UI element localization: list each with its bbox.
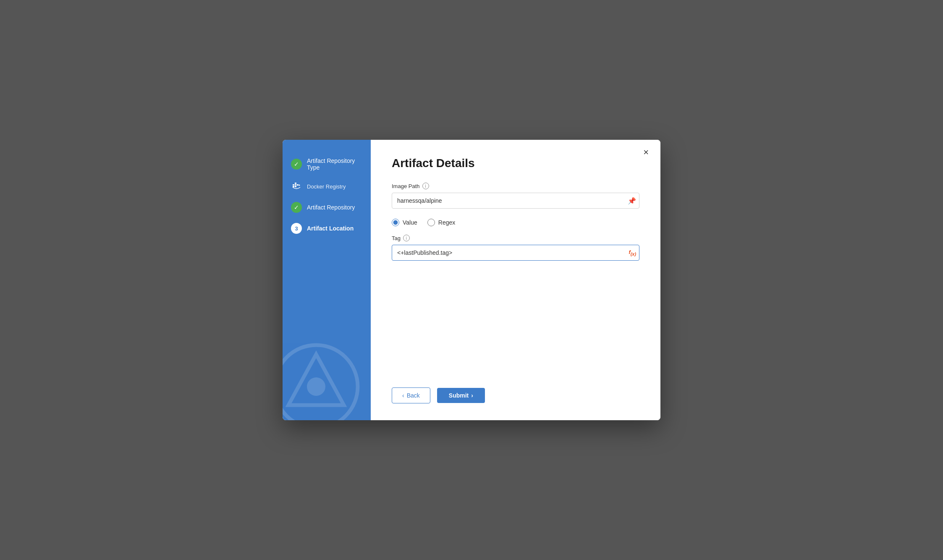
sidebar-item-docker-registry[interactable]: Docker Registry xyxy=(283,176,371,197)
close-button[interactable]: × xyxy=(640,146,652,159)
docker-icon xyxy=(291,181,302,192)
tag-type-radio-group: Value Regex xyxy=(392,219,639,226)
chevron-left-icon: ‹ xyxy=(402,392,404,399)
sidebar-item-artifact-repository-type[interactable]: ✓ Artifact Repository Type xyxy=(283,152,371,176)
tag-info-icon[interactable]: i xyxy=(403,235,410,241)
sidebar-item-artifact-location[interactable]: 3 Artifact Location xyxy=(283,218,371,239)
chevron-right-icon: › xyxy=(471,392,473,399)
sidebar-label-artifact-repository: Artifact Repository xyxy=(307,204,355,211)
back-button[interactable]: ‹ Back xyxy=(392,387,430,403)
svg-rect-7 xyxy=(295,186,296,187)
radio-regex-label: Regex xyxy=(438,219,455,226)
svg-point-9 xyxy=(299,185,300,186)
sidebar: ✓ Artifact Repository Type Docker Re xyxy=(283,140,371,420)
sidebar-label-artifact-repository-type: Artifact Repository Type xyxy=(307,157,362,171)
footer: ‹ Back Submit › xyxy=(392,387,639,403)
step-check-icon-1: ✓ xyxy=(291,159,302,170)
image-path-input[interactable] xyxy=(392,193,639,209)
pin-icon: 📌 xyxy=(628,197,636,205)
radio-value-option[interactable]: Value xyxy=(392,219,417,226)
sidebar-label-artifact-location: Artifact Location xyxy=(307,225,354,232)
tag-input-wrapper: f(x) xyxy=(392,245,639,261)
step-number-icon-3: 3 xyxy=(291,223,302,234)
main-content: × Artifact Details Image Path i 📌 Val xyxy=(371,140,660,420)
page-title: Artifact Details xyxy=(392,157,639,170)
modal: ✓ Artifact Repository Type Docker Re xyxy=(283,140,660,420)
svg-point-2 xyxy=(307,377,325,396)
image-path-group: Image Path i 📌 xyxy=(392,183,639,209)
sidebar-item-artifact-repository[interactable]: ✓ Artifact Repository xyxy=(283,197,371,218)
svg-rect-3 xyxy=(293,184,294,186)
image-path-input-wrapper: 📌 xyxy=(392,193,639,209)
sidebar-label-docker-registry: Docker Registry xyxy=(307,183,346,190)
image-path-pin-button[interactable]: 📌 xyxy=(628,197,636,205)
tag-input[interactable] xyxy=(392,245,639,261)
tag-group: Tag i f(x) xyxy=(392,235,639,261)
radio-regex-option[interactable]: Regex xyxy=(427,219,455,226)
svg-rect-4 xyxy=(295,184,296,186)
tag-fx-button[interactable]: f(x) xyxy=(629,249,636,256)
image-path-info-icon[interactable]: i xyxy=(422,183,429,189)
radio-value-input[interactable] xyxy=(392,219,399,226)
submit-button[interactable]: Submit › xyxy=(437,388,485,403)
image-path-label: Image Path i xyxy=(392,183,639,189)
radio-regex-input[interactable] xyxy=(427,219,435,226)
svg-rect-5 xyxy=(297,184,299,186)
fx-icon: f(x) xyxy=(629,249,636,256)
svg-rect-8 xyxy=(295,183,296,184)
step-check-icon-2: ✓ xyxy=(291,202,302,213)
tag-label: Tag i xyxy=(392,235,639,241)
radio-value-label: Value xyxy=(403,219,417,226)
